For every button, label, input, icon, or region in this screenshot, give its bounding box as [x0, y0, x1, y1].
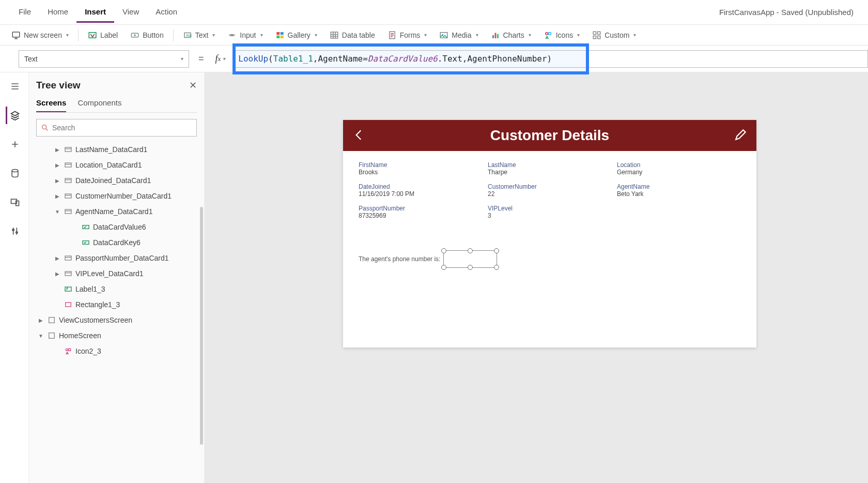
scrollbar-thumb[interactable]: [200, 207, 203, 445]
charts-btn-text: Charts: [503, 31, 524, 39]
svg-rect-22: [598, 32, 600, 34]
tree-twisty[interactable]: ▼: [37, 333, 44, 339]
formula-token-paren-close: ): [547, 54, 552, 64]
tree-twisty[interactable]: ▶: [54, 178, 61, 184]
chevron-down-icon: ▾: [66, 32, 69, 38]
tree-twisty[interactable]: ▶: [54, 255, 61, 261]
text-dropdown[interactable]: Abc Text▾: [178, 28, 221, 42]
edit-button[interactable]: [734, 128, 747, 143]
resize-handle[interactable]: [441, 265, 446, 270]
tree-twisty[interactable]: ▼: [54, 209, 61, 215]
devices-icon: [10, 197, 20, 207]
tree-view-button[interactable]: [6, 107, 23, 124]
pencil-icon: [734, 128, 747, 142]
menu-view[interactable]: View: [114, 2, 147, 23]
formula-input[interactable]: LookUp(Table1_1, AgentName = DataCardVal…: [233, 50, 868, 68]
tree-item[interactable]: ▶LastName_DataCard1: [36, 142, 197, 157]
formula-wrap: LookUp(Table1_1, AgentName = DataCardVal…: [233, 46, 868, 72]
tools-button[interactable]: [6, 222, 23, 240]
selected-label-control[interactable]: [443, 250, 497, 268]
tree-item[interactable]: DataCardValue6: [36, 219, 197, 235]
tree-item[interactable]: ▶VIPLevel_DataCard1: [36, 266, 197, 281]
svg-rect-12: [331, 32, 338, 38]
tree-item[interactable]: Label1_3: [36, 281, 197, 297]
tree-view-panel: Tree view ✕ Screens Components ▶LastName…: [29, 72, 205, 483]
charts-icon: [491, 31, 500, 40]
tree-item[interactable]: ▶Location_DataCard1: [36, 157, 197, 173]
card-icon: [64, 207, 72, 216]
custom-dropdown[interactable]: Custom▾: [587, 28, 641, 42]
svg-point-30: [42, 125, 47, 129]
formula-token-obj: DataCardValue6: [368, 54, 438, 64]
resize-handle[interactable]: [494, 248, 499, 253]
tab-screens[interactable]: Screens: [36, 98, 66, 112]
icons-dropdown[interactable]: Icons▾: [538, 28, 585, 42]
form-field: CustomerNumber22: [488, 183, 612, 203]
screen-icon: [48, 331, 56, 340]
tree-item[interactable]: ▶CustomerNumber_DataCard1: [36, 188, 197, 204]
svg-rect-8: [276, 32, 280, 35]
media-nav-button[interactable]: [6, 193, 23, 211]
resize-handle[interactable]: [468, 265, 473, 270]
fields-grid: FirstNameBrooksLastNameTharpeLocationGer…: [359, 161, 741, 224]
chevron-down-icon: ▾: [181, 56, 183, 62]
menu-insert[interactable]: Insert: [76, 2, 114, 23]
tree-twisty[interactable]: ▶: [37, 318, 44, 323]
chevron-down-icon: ▾: [577, 32, 580, 38]
hamburger-button[interactable]: [6, 78, 23, 95]
resize-handle[interactable]: [494, 265, 499, 270]
separator: [173, 29, 174, 41]
menu-home[interactable]: Home: [39, 2, 76, 23]
tree-item[interactable]: ▶PassportNumber_DataCard1: [36, 250, 197, 266]
resize-handle[interactable]: [441, 248, 446, 253]
add-button[interactable]: [6, 135, 23, 153]
input-icon: [82, 238, 90, 247]
agent-phone-row: The agent's phone number is:: [359, 250, 741, 268]
tree-item-label: DataCardValue6: [93, 223, 146, 231]
charts-dropdown[interactable]: Charts▾: [486, 28, 536, 42]
tree-twisty[interactable]: ▶: [54, 147, 61, 153]
chevron-down-icon: ▾: [260, 32, 263, 38]
tree-item[interactable]: Rectangle1_3: [36, 297, 197, 312]
button-button[interactable]: Button: [125, 28, 168, 42]
back-button[interactable]: [352, 128, 366, 143]
data-button[interactable]: [6, 164, 23, 182]
tree-search-input[interactable]: [52, 124, 192, 132]
data-table-button[interactable]: Data table: [324, 28, 380, 42]
tree-item[interactable]: ▶DateJoined_DataCard1: [36, 173, 197, 188]
canvas-area[interactable]: Customer Details FirstNameBrooksLastName…: [205, 72, 868, 483]
tree-item[interactable]: ▼AgentName_DataCard1: [36, 204, 197, 219]
tree-search[interactable]: [36, 119, 197, 137]
svg-rect-21: [593, 32, 596, 34]
tree-twisty[interactable]: ▶: [54, 162, 61, 168]
forms-dropdown[interactable]: Forms▾: [382, 28, 432, 42]
screen-icon: [48, 316, 56, 324]
menu-action[interactable]: Action: [147, 2, 185, 23]
svg-rect-43: [49, 333, 55, 339]
menu-file[interactable]: File: [10, 2, 39, 23]
svg-rect-9: [280, 32, 283, 35]
fx-label[interactable]: fx▾: [213, 53, 228, 64]
new-screen-button[interactable]: New screen▾: [6, 28, 74, 42]
input-dropdown[interactable]: Input▾: [222, 28, 268, 42]
chevron-down-icon: ▾: [315, 32, 317, 38]
tree-item[interactable]: DataCardKey6: [36, 235, 197, 250]
tree-item[interactable]: Icon2_3: [36, 343, 197, 359]
chevron-down-icon: ▾: [529, 32, 531, 38]
property-selector[interactable]: Text ▾: [19, 50, 189, 68]
chevron-down-icon: ▾: [424, 32, 427, 38]
media-dropdown[interactable]: Media▾: [434, 28, 483, 42]
label-button[interactable]: Label: [83, 28, 123, 42]
close-panel-button[interactable]: ✕: [189, 80, 197, 91]
tree-item-label: DateJoined_DataCard1: [75, 176, 151, 185]
tree-item[interactable]: ▶ViewCustomersScreen: [36, 312, 197, 328]
input-icon: [227, 31, 237, 40]
tree-twisty[interactable]: ▶: [54, 193, 61, 199]
field-label: LastName: [488, 161, 612, 169]
resize-handle[interactable]: [468, 248, 473, 253]
tree-item[interactable]: ▼HomeScreen: [36, 328, 197, 343]
gallery-dropdown[interactable]: Gallery▾: [270, 28, 322, 42]
tree-twisty[interactable]: ▶: [54, 271, 61, 277]
tab-components[interactable]: Components: [78, 98, 121, 112]
text-icon: Abc: [183, 31, 192, 40]
